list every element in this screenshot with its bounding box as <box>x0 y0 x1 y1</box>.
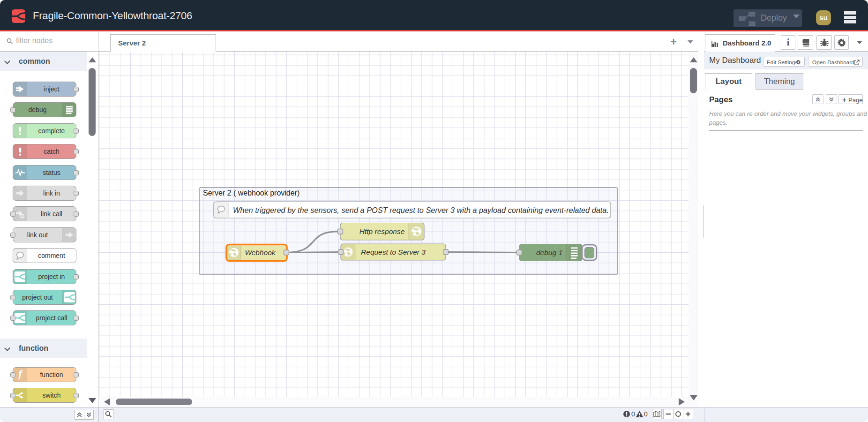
svg-text:Webhook: Webhook <box>245 249 276 256</box>
svg-text:Http response: Http response <box>359 227 405 235</box>
svg-text:Request to Server 3: Request to Server 3 <box>361 248 426 256</box>
svg-text:Server 2 ( webhook provider): Server 2 ( webhook provider) <box>203 189 299 197</box>
svg-text:When triggered by the sensors,: When triggered by the sensors, send a PO… <box>233 206 609 214</box>
svg-text:debug 1: debug 1 <box>536 249 562 256</box>
